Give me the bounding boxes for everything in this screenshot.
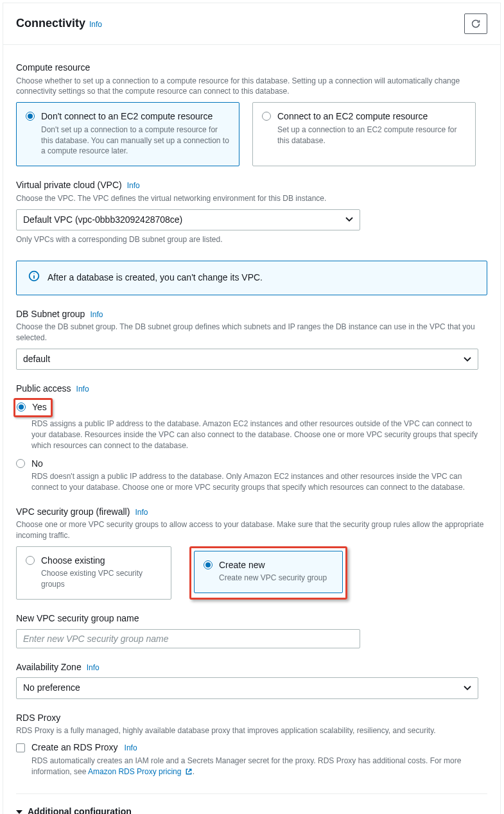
chevron-down-icon [464, 357, 471, 362]
radio-icon [17, 403, 26, 411]
public-yes-desc: RDS assigns a public IP address to the d… [31, 419, 487, 451]
sg-name-input[interactable] [16, 629, 360, 648]
option-desc: Set up a connection to an EC2 compute re… [277, 125, 466, 146]
vpc-select[interactable]: Default VPC (vpc-0bbb32092428708ce) [16, 209, 360, 231]
caret-down-icon [16, 809, 22, 814]
az-label: Availability Zone [16, 661, 82, 674]
sg-label: VPC security group (firewall) [16, 506, 130, 519]
option-desc: Create new VPC security group [219, 573, 327, 584]
public-label: Public access [16, 383, 71, 395]
compute-option-connect[interactable]: Connect to an EC2 compute resource Set u… [252, 102, 476, 166]
subnet-label: DB Subnet group [16, 308, 85, 321]
radio-icon [26, 112, 35, 121]
proxy-desc: RDS Proxy is a fully managed, highly ava… [16, 725, 487, 736]
public-yes-radio[interactable]: Yes [17, 401, 47, 414]
proxy-sub: RDS automatically creates an IAM role an… [31, 756, 487, 777]
subnet-select[interactable]: default [16, 349, 478, 370]
public-no-desc: RDS doesn't assign a public IP address t… [31, 471, 487, 493]
public-yes-label: Yes [32, 401, 47, 414]
sg-option-existing[interactable]: Choose existing Choose existing VPC secu… [16, 546, 171, 600]
option-desc: Don't set up a connection to a compute r… [41, 125, 230, 157]
radio-icon [262, 112, 271, 121]
proxy-pricing-link[interactable]: Amazon RDS Proxy pricing [88, 767, 193, 776]
connectivity-panel: Connectivity Info Compute resource Choos… [3, 3, 501, 814]
compute-option-dont-connect[interactable]: Don't connect to an EC2 compute resource… [16, 102, 239, 166]
proxy-label: RDS Proxy [16, 712, 487, 725]
proxy-checkbox[interactable] [16, 743, 25, 752]
additional-config-toggle[interactable]: Additional configuration [16, 806, 487, 814]
svg-point-2 [33, 273, 34, 274]
proxy-checkbox-label: Create an RDS Proxy [31, 741, 118, 754]
highlight-create-new: Create new Create new VPC security group [189, 546, 347, 600]
vpc-desc: Choose the VPC. The VPC defines the virt… [16, 193, 487, 204]
vpc-alert: After a database is created, you can't c… [16, 261, 487, 295]
option-title: Connect to an EC2 compute resource [277, 110, 466, 123]
radio-icon [16, 459, 25, 468]
az-select-value: No preference [23, 682, 80, 695]
radio-icon [204, 560, 213, 569]
option-title: Don't connect to an EC2 compute resource [41, 110, 230, 123]
connectivity-info-link[interactable]: Info [89, 19, 102, 30]
option-title: Choose existing [41, 555, 162, 567]
subnet-desc: Choose the DB subnet group. The DB subne… [16, 322, 487, 343]
refresh-icon [471, 19, 481, 29]
divider [16, 793, 487, 794]
subnet-info-link[interactable]: Info [90, 309, 103, 320]
panel-body: Compute resource Choose whether to set u… [3, 44, 500, 814]
option-title: Create new [219, 559, 327, 572]
vpc-select-value: Default VPC (vpc-0bbb32092428708ce) [23, 214, 182, 227]
vpc-info-link[interactable]: Info [127, 180, 140, 191]
public-info-link[interactable]: Info [76, 384, 89, 395]
az-info-link[interactable]: Info [87, 662, 100, 673]
chevron-down-icon [464, 686, 471, 691]
sg-name-label: New VPC security group name [16, 612, 487, 625]
compute-options: Don't connect to an EC2 compute resource… [16, 102, 487, 166]
proxy-info-link[interactable]: Info [125, 743, 137, 754]
info-icon [28, 270, 40, 286]
panel-header: Connectivity Info [3, 3, 500, 44]
vpc-label: Virtual private cloud (VPC) [16, 179, 122, 192]
sg-info-link[interactable]: Info [135, 507, 148, 518]
highlight-yes: Yes [13, 398, 53, 417]
public-no-radio[interactable]: No [16, 458, 487, 471]
sg-options: Choose existing Choose existing VPC secu… [16, 546, 487, 600]
compute-desc: Choose whether to set up a connection to… [16, 76, 487, 98]
alert-text: After a database is created, you can't c… [48, 272, 263, 284]
public-no-label: No [31, 458, 43, 471]
external-link-icon [185, 768, 193, 775]
sg-desc: Choose one or more VPC security groups t… [16, 519, 487, 541]
chevron-down-icon [345, 217, 353, 222]
sg-option-new[interactable]: Create new Create new VPC security group [194, 551, 343, 593]
radio-icon [26, 556, 35, 565]
compute-label: Compute resource [16, 62, 487, 74]
panel-title: Connectivity [16, 15, 85, 31]
az-select[interactable]: No preference [16, 677, 478, 699]
subnet-select-value: default [23, 353, 50, 366]
option-desc: Choose existing VPC security groups [41, 568, 162, 590]
vpc-hint: Only VPCs with a corresponding DB subnet… [16, 234, 487, 245]
refresh-button[interactable] [464, 13, 487, 34]
additional-config-title: Additional configuration [28, 806, 132, 814]
